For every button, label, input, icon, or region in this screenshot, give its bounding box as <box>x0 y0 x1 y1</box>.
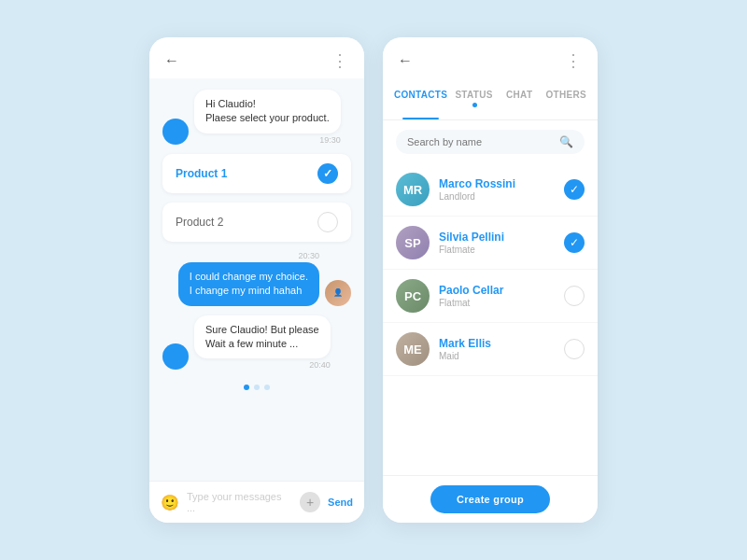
search-input[interactable] <box>407 136 554 147</box>
contact-role-mark: Maid <box>439 351 555 361</box>
contact-check-mark[interactable] <box>564 339 585 359</box>
contact-role-marco: Landlord <box>439 191 555 202</box>
contact-role-silvia: Flatmate <box>439 245 555 255</box>
message-received-1: Hi Claudio! Plaese select your product. … <box>162 90 351 145</box>
add-attachment-button[interactable]: + <box>300 492 320 512</box>
chat-back-button[interactable]: ← <box>164 52 179 69</box>
product2-option[interactable]: Product 2 <box>162 203 351 242</box>
message-received-2: Sure Claudio! But please Wait a few minu… <box>162 315 351 371</box>
dot-1 <box>244 385 249 390</box>
contact-item-marco[interactable]: MR Marco Rossini Landlord ✓ <box>383 163 598 217</box>
contact-role-paolo: Flatmat <box>439 298 555 308</box>
dot-3 <box>264 385 270 390</box>
product2-check <box>317 212 338 232</box>
create-group-bar: Create group <box>383 475 598 523</box>
chat-input[interactable]: Type your messages ... <box>187 491 292 513</box>
contacts-tabs: CONTACTS STATUS CHAT OTHERS <box>383 78 598 120</box>
product2-label: Product 2 <box>176 216 223 229</box>
chat-panel: ← ⋮ Hi Claudio! Plaese select your produ… <box>149 37 364 523</box>
chat-content: Hi Claudio! Plaese select your product. … <box>149 78 364 481</box>
emoji-icon[interactable]: 🙂 <box>161 494 179 511</box>
contact-item-silvia[interactable]: SP Silvia Pellini Flatmate ✓ <box>383 217 598 270</box>
msg1-line2: Plaese select your product. <box>205 112 330 123</box>
search-icon: 🔍 <box>559 135 573 148</box>
contact-name-paolo: Paolo Cellar <box>439 284 555 297</box>
chat-menu-button[interactable]: ⋮ <box>331 50 349 71</box>
msg-sent-line2: I change my mind hahah <box>190 285 302 296</box>
create-group-button[interactable]: Create group <box>430 485 550 513</box>
status-dot <box>472 103 477 107</box>
chat-header: ← ⋮ <box>149 37 364 78</box>
contact-info-mark: Mark Ellis Maid <box>439 337 555 361</box>
msg2-line1: Sure Claudio! But please <box>205 324 319 335</box>
msg-sent-time: 20:30 <box>298 251 319 260</box>
contact-name-silvia: Silvia Pellini <box>439 231 555 244</box>
contacts-list: MR Marco Rossini Landlord ✓ SP Silvia Pe… <box>383 163 598 475</box>
contact-name-marco: Marco Rossini <box>439 177 555 190</box>
product1-label: Product 1 <box>176 167 227 180</box>
contact-info-marco: Marco Rossini Landlord <box>439 177 555 202</box>
bot-avatar <box>162 119 189 145</box>
contact-item-mark[interactable]: ME Mark Ellis Maid <box>383 323 598 376</box>
contacts-menu-button[interactable]: ⋮ <box>565 50 583 71</box>
user-avatar-sent: 👤 <box>325 280 351 306</box>
product1-check: ✓ <box>317 163 338 184</box>
message-sent: 20:30 I could change my choice. I change… <box>162 251 351 306</box>
contact-avatar-paolo: PC <box>396 279 430 313</box>
bot-avatar-2 <box>162 343 189 370</box>
contact-check-marco[interactable]: ✓ <box>564 179 585 200</box>
contact-info-silvia: Silvia Pellini Flatmate <box>439 231 555 255</box>
bubble-received-2: Sure Claudio! But please Wait a few minu… <box>194 315 331 359</box>
contact-check-silvia[interactable]: ✓ <box>564 232 585 253</box>
contacts-panel: ← ⋮ CONTACTS STATUS CHAT OTHERS 🔍 MR Mar… <box>383 37 598 523</box>
search-container: 🔍 <box>396 130 585 154</box>
tab-contacts[interactable]: CONTACTS <box>390 78 451 119</box>
msg1-line1: Hi Claudio! <box>205 98 256 109</box>
contact-avatar-silvia: SP <box>396 226 430 259</box>
msg1-time: 19:30 <box>194 135 341 145</box>
chat-input-bar: 🙂 Type your messages ... + Send <box>149 481 364 523</box>
bubble-sent: I could change my choice. I change my mi… <box>178 262 319 306</box>
contact-check-paolo[interactable] <box>564 286 585 306</box>
dot-2 <box>254 385 260 390</box>
msg-sent-line1: I could change my choice. <box>190 271 308 282</box>
bubble-received-1: Hi Claudio! Plaese select your product. <box>194 90 341 133</box>
tab-others[interactable]: OTHERS <box>543 78 590 119</box>
contacts-header: ← ⋮ <box>383 37 598 78</box>
contact-item-paolo[interactable]: PC Paolo Cellar Flatmat <box>383 270 598 323</box>
product1-option[interactable]: Product 1 ✓ <box>162 154 351 193</box>
pagination-dots <box>162 379 351 392</box>
msg2-line2: Wait a few minute ... <box>205 338 298 349</box>
tab-chat[interactable]: CHAT <box>497 78 543 119</box>
search-bar: 🔍 <box>383 120 598 163</box>
contacts-back-button[interactable]: ← <box>398 52 413 69</box>
send-button[interactable]: Send <box>328 497 353 508</box>
contact-name-mark: Mark Ellis <box>439 337 555 350</box>
contact-info-paolo: Paolo Cellar Flatmat <box>439 284 555 308</box>
contact-avatar-mark: ME <box>396 332 430 366</box>
contact-avatar-marco: MR <box>396 173 430 206</box>
msg2-time: 20:40 <box>194 360 331 370</box>
tab-status[interactable]: STATUS <box>451 78 497 119</box>
